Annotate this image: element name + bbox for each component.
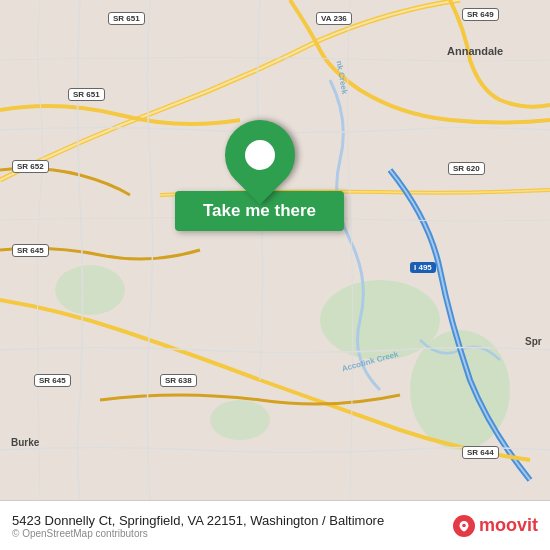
attribution-text: © OpenStreetMap contributors: [12, 528, 384, 539]
address-line2: Baltimore: [329, 513, 384, 528]
location-pin: [210, 106, 309, 205]
address-text: 5423 Donnelly Ct, Springfield, VA 22151,…: [12, 513, 384, 528]
svg-point-5: [462, 523, 466, 527]
svg-point-2: [55, 265, 125, 315]
moovit-icon: [453, 515, 475, 537]
moovit-icon-svg: [457, 519, 471, 533]
moovit-logo: moovit: [453, 515, 538, 537]
pin-inner-circle: [245, 140, 275, 170]
map-container: SR 651 SR 651 SR 652 SR 645 SR 645 SR 63…: [0, 0, 550, 500]
map-svg: [0, 0, 550, 500]
moovit-text: moovit: [479, 515, 538, 536]
svg-point-4: [210, 400, 270, 440]
address-section: 5423 Donnelly Ct, Springfield, VA 22151,…: [12, 513, 384, 539]
bottom-bar: 5423 Donnelly Ct, Springfield, VA 22151,…: [0, 500, 550, 550]
location-pin-container: Take me there: [175, 120, 344, 231]
address-line1: 5423 Donnelly Ct, Springfield, VA 22151,…: [12, 513, 326, 528]
